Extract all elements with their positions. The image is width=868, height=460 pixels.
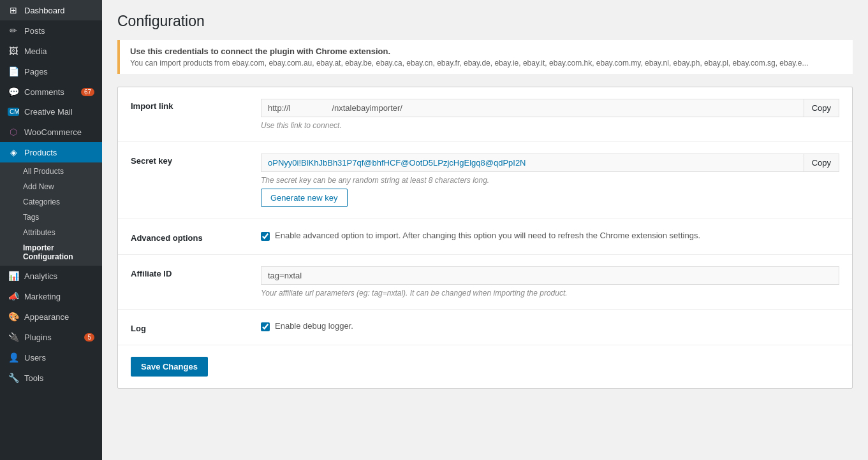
sidebar-item-label: Creative Mail [24,107,73,117]
secret-key-hint: The secret key can be any random string … [261,176,839,185]
log-checkbox-row: Enable debug logger. [261,321,839,331]
sidebar-item-label: Comments [24,87,64,97]
affiliate-id-hint: Your affiliate url parameters (eg: tag=n… [261,289,839,298]
main-content: Configuration Use this credentials to co… [102,0,868,460]
sidebar-sub-attributes[interactable]: Attributes [0,225,102,240]
sidebar-sub-add-new[interactable]: Add New [0,179,102,194]
import-link-label: Import link [131,99,246,111]
sidebar-item-label: Analytics [24,271,57,281]
products-icon: ◈ [8,147,19,157]
log-checkbox[interactable] [261,322,270,331]
pages-icon: 📄 [8,66,19,76]
sidebar-item-users[interactable]: 👤 Users [0,347,102,368]
config-table: Import link Copy Use this link to connec… [117,87,853,389]
dashboard-icon: ⊞ [8,5,19,15]
marketing-icon: 📣 [8,291,19,301]
sidebar-sub-categories[interactable]: Categories [0,194,102,210]
notice-body-text: You can import products from ebay.com, e… [130,59,842,68]
secret-key-label: Secret key [131,154,246,166]
sidebar-item-appearance[interactable]: 🎨 Appearance [0,306,102,327]
save-row: Save Changes [118,345,852,388]
sidebar-item-dashboard[interactable]: ⊞ Dashboard [0,0,102,20]
tools-icon: 🔧 [8,373,19,383]
analytics-icon: 📊 [8,271,19,281]
import-link-row: Import link Copy Use this link to connec… [118,87,852,142]
advanced-options-checkbox[interactable] [261,232,270,241]
advanced-options-content: Enable advanced option to import. After … [261,231,839,241]
sidebar-item-comments[interactable]: 💬 Comments 67 [0,82,102,102]
comments-badge: 67 [81,88,94,96]
sidebar-sub-importer-configuration[interactable]: Importer Configuration [0,240,102,264]
sidebar-item-label: Marketing [24,292,61,301]
affiliate-id-input[interactable] [261,266,839,285]
sidebar-sub-all-products[interactable]: All Products [0,164,102,179]
sidebar-item-analytics[interactable]: 📊 Analytics [0,266,102,286]
woocommerce-icon: ⬡ [8,127,19,137]
import-link-input[interactable] [261,99,804,117]
products-submenu: All Products Add New Categories Tags Att… [0,162,102,266]
sidebar-item-label: Dashboard [24,6,65,15]
sidebar-item-media[interactable]: 🖼 Media [0,41,102,61]
sidebar-item-tools[interactable]: 🔧 Tools [0,368,102,388]
sidebar-item-label: WooCommerce [24,127,82,137]
notice-bold-text: Use this credentials to connect the plug… [130,47,842,56]
notice-box: Use this credentials to connect the plug… [117,40,853,74]
affiliate-id-content: Your affiliate url parameters (eg: tag=n… [261,266,839,298]
log-content: Enable debug logger. [261,321,839,331]
sidebar-item-label: Pages [24,67,48,76]
media-icon: 🖼 [8,46,19,56]
sidebar-item-label: Appearance [24,312,69,322]
import-link-hint: Use this link to connect. [261,121,839,130]
generate-new-key-button[interactable]: Generate new key [261,189,348,207]
appearance-icon: 🎨 [8,312,19,322]
sidebar-item-woocommerce[interactable]: ⬡ WooCommerce [0,122,102,142]
sidebar-item-label: Products [24,148,57,157]
users-icon: 👤 [8,352,19,363]
affiliate-id-row: Affiliate ID Your affiliate url paramete… [118,255,852,310]
sidebar-sub-tags[interactable]: Tags [0,210,102,225]
advanced-options-checkbox-label: Enable advanced option to import. After … [275,231,700,240]
advanced-options-row: Advanced options Enable advanced option … [118,219,852,255]
log-row: Log Enable debug logger. [118,310,852,345]
secret-key-input-row: Copy [261,154,839,172]
sidebar-item-label: Posts [24,26,45,36]
sidebar-item-posts[interactable]: ✏ Posts [0,20,102,41]
comments-icon: 💬 [8,87,19,97]
advanced-options-label: Advanced options [131,231,246,243]
sidebar-item-products[interactable]: ◈ Products [0,142,102,162]
sidebar-item-label: Media [24,47,47,56]
import-link-copy-button[interactable]: Copy [804,99,839,117]
sidebar: ⊞ Dashboard ✏ Posts 🖼 Media 📄 Pages 💬 Co… [0,0,102,460]
sidebar-item-label: Plugins [24,333,52,342]
secret-key-copy-button[interactable]: Copy [804,154,839,172]
advanced-options-checkbox-row: Enable advanced option to import. After … [261,231,839,241]
secret-key-row: Secret key Copy The secret key can be an… [118,142,852,219]
sidebar-item-plugins[interactable]: 🔌 Plugins 5 [0,327,102,347]
log-label: Log [131,321,246,333]
plugins-icon: 🔌 [8,332,19,342]
log-checkbox-label: Enable debug logger. [275,321,353,331]
secret-key-content: Copy The secret key can be any random st… [261,154,839,207]
import-link-input-row: Copy [261,99,839,117]
sidebar-item-pages[interactable]: 📄 Pages [0,61,102,82]
creative-mail-icon: CM [8,108,19,116]
sidebar-item-label: Users [24,353,46,363]
import-link-content: Copy Use this link to connect. [261,99,839,130]
affiliate-id-label: Affiliate ID [131,266,246,278]
secret-key-input[interactable] [261,154,804,172]
posts-icon: ✏ [8,25,19,36]
sidebar-item-creative-mail[interactable]: CM Creative Mail [0,102,102,122]
sidebar-item-marketing[interactable]: 📣 Marketing [0,286,102,306]
sidebar-item-label: Tools [24,373,43,383]
save-changes-button[interactable]: Save Changes [131,357,208,377]
plugins-badge: 5 [84,333,94,341]
page-title: Configuration [117,13,853,30]
